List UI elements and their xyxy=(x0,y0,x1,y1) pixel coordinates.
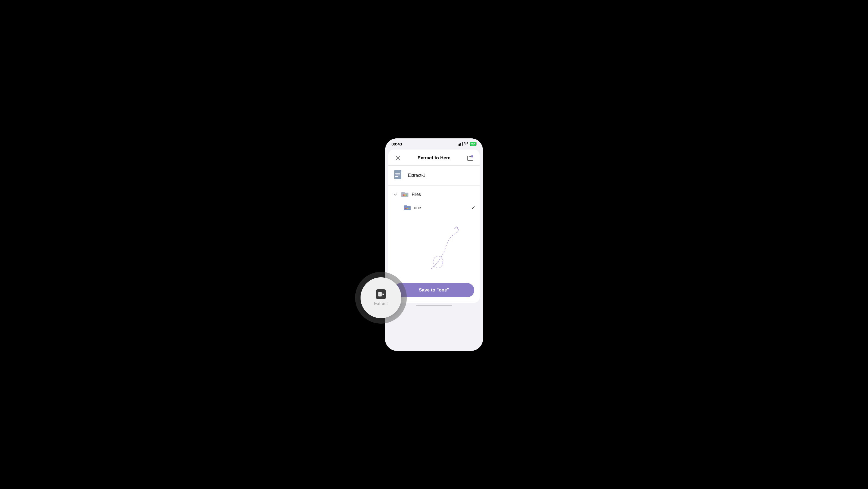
svg-point-18 xyxy=(406,194,407,196)
home-bar xyxy=(416,305,452,306)
dashed-arrow-illustration xyxy=(388,214,480,280)
svg-point-19 xyxy=(405,208,406,209)
subfolder-one-label: one xyxy=(414,205,469,210)
svg-point-21 xyxy=(408,208,409,209)
close-button[interactable] xyxy=(394,154,402,162)
svg-point-16 xyxy=(403,194,404,196)
phone-frame: 09:43 46+ xyxy=(385,138,483,351)
chevron-down-icon xyxy=(393,192,398,197)
svg-point-20 xyxy=(407,208,408,209)
extract-icon xyxy=(376,289,386,299)
file-row: Extract-1 xyxy=(388,166,480,185)
folder-action-button[interactable]: + xyxy=(466,154,474,162)
signal-bars-icon xyxy=(458,142,463,146)
svg-point-5 xyxy=(466,145,466,145)
selected-checkmark: ✓ xyxy=(471,205,475,210)
battery-icon: 46+ xyxy=(470,142,476,146)
extract-fab-label: Extract xyxy=(374,301,388,306)
modal-header: Extract to Here + xyxy=(388,149,480,166)
svg-point-22 xyxy=(433,256,443,268)
empty-content-area xyxy=(388,214,480,280)
modal-sheet: Extract to Here + xyxy=(388,149,480,303)
files-root-row[interactable]: Files xyxy=(388,188,480,201)
svg-rect-0 xyxy=(378,292,382,296)
files-folder-label: Files xyxy=(412,192,475,197)
subfolder-one-row[interactable]: one ✓ xyxy=(388,201,480,214)
file-name-label: Extract-1 xyxy=(408,173,425,178)
status-time: 09:43 xyxy=(392,142,402,146)
modal-title: Extract to Here xyxy=(418,155,451,161)
svg-text:+: + xyxy=(471,156,473,157)
svg-point-17 xyxy=(404,194,406,196)
status-bar: 09:43 46+ xyxy=(385,138,483,147)
folder-section: Files one ✓ xyxy=(388,185,480,214)
subfolder-one-icon xyxy=(404,204,411,212)
status-icons: 46+ xyxy=(458,142,476,146)
file-document-icon xyxy=(393,169,405,181)
extract-fab[interactable]: Extract xyxy=(361,277,401,318)
files-folder-icon xyxy=(401,191,409,199)
wifi-icon xyxy=(464,142,468,146)
